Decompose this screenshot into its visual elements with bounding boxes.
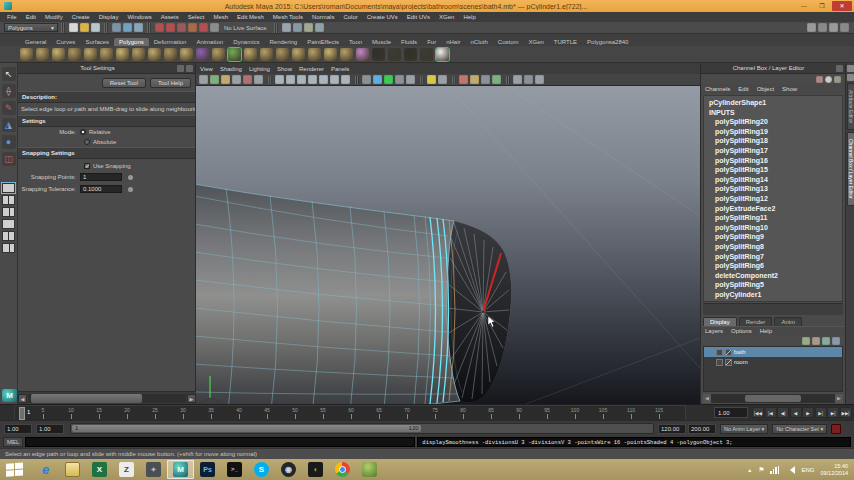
- taskbar-graphics-app-icon[interactable]: ✦: [140, 460, 167, 479]
- channel-input-node[interactable]: polyCylinder1: [704, 290, 842, 300]
- status-group-divider[interactable]: [61, 23, 65, 33]
- viewport-icon-17[interactable]: [373, 75, 382, 84]
- viewport-icon-12[interactable]: [319, 75, 328, 84]
- status-icon-1[interactable]: [69, 23, 78, 32]
- time-slider-track[interactable]: 1 51015202530354045505560657075808590951…: [14, 405, 686, 421]
- channel-box-menu-object[interactable]: Object: [757, 86, 774, 92]
- layer-row-room[interactable]: room: [704, 357, 842, 367]
- shelf-icon-15[interactable]: [244, 48, 257, 61]
- menu-mesh-tools[interactable]: Mesh Tools: [270, 14, 306, 20]
- channel-input-node[interactable]: polySplitRing7: [704, 252, 842, 262]
- status-icon-4[interactable]: [840, 23, 849, 32]
- shelf-icon-20[interactable]: [324, 48, 337, 61]
- viewport-icon-11[interactable]: [308, 75, 317, 84]
- shelf-tab-nhair[interactable]: nHair: [441, 38, 465, 46]
- menu-display[interactable]: Display: [96, 14, 122, 20]
- speed-medium-icon[interactable]: [825, 76, 832, 83]
- maximize-button[interactable]: ❐: [814, 1, 830, 11]
- shelf-tab-toon[interactable]: Toon: [344, 38, 367, 46]
- step-forward-key-button[interactable]: ▶|: [815, 407, 827, 418]
- viewport-icon-22[interactable]: [427, 75, 436, 84]
- viewport-icon-13[interactable]: [330, 75, 339, 84]
- taskbar-internet-explorer-icon[interactable]: e: [32, 460, 59, 479]
- command-input[interactable]: [25, 437, 415, 447]
- gear-icon[interactable]: [847, 74, 854, 81]
- status-icon-6[interactable]: [210, 23, 219, 32]
- menu-select[interactable]: Select: [185, 14, 208, 20]
- range-slider-bar[interactable]: 1 120: [70, 423, 654, 434]
- shelf-icon-16[interactable]: [260, 48, 273, 61]
- layer-editor-menu-layers[interactable]: Layers: [705, 328, 723, 334]
- channel-input-node[interactable]: polySplitRing15: [704, 165, 842, 175]
- layer-visibility-toggle[interactable]: [716, 359, 723, 366]
- shelf-tab-general[interactable]: General: [20, 38, 51, 46]
- playback-start-field[interactable]: [36, 424, 64, 434]
- shelf-tab-dynamics[interactable]: Dynamics: [228, 38, 264, 46]
- status-icon-3[interactable]: [829, 23, 838, 32]
- tool-settings-hscrollbar[interactable]: ◀ ▶: [18, 391, 196, 404]
- shelf-icon-5[interactable]: [84, 48, 97, 61]
- menu-xgen[interactable]: XGen: [436, 14, 457, 20]
- pin-icon[interactable]: [847, 65, 854, 72]
- layout-button-6[interactable]: [2, 243, 15, 253]
- scale-tool[interactable]: ◫: [2, 152, 16, 166]
- status-icon-2[interactable]: [818, 23, 827, 32]
- status-icon-3[interactable]: [134, 23, 143, 32]
- viewport-menu-lighting[interactable]: Lighting: [249, 66, 270, 72]
- status-icon-3[interactable]: [177, 23, 186, 32]
- scroll-left-icon[interactable]: ◀: [703, 394, 711, 403]
- viewport-icon-23[interactable]: [438, 75, 447, 84]
- menu-windows[interactable]: Windows: [124, 14, 154, 20]
- shelf-tab-curves[interactable]: Curves: [51, 38, 80, 46]
- layout-button-3[interactable]: [2, 207, 15, 217]
- minimize-button[interactable]: —: [796, 1, 812, 11]
- viewport-menu-shading[interactable]: Shading: [220, 66, 242, 72]
- channel-shape-node[interactable]: pCylinderShape1: [704, 98, 842, 108]
- status-icon-2[interactable]: [80, 23, 89, 32]
- speed-slow-icon[interactable]: [816, 76, 823, 83]
- viewport-icon-32[interactable]: [535, 75, 544, 84]
- tray-expand-icon[interactable]: ▲: [747, 467, 752, 473]
- layer-color-swatch[interactable]: [725, 349, 732, 356]
- channel-input-node[interactable]: polySplitRing18: [704, 136, 842, 146]
- status-group-divider[interactable]: [104, 23, 108, 33]
- shelf-icon-8[interactable]: [132, 48, 145, 61]
- viewport-icon-8[interactable]: [275, 75, 284, 84]
- taskbar-game-icon[interactable]: [356, 460, 383, 479]
- new-empty-layer-icon[interactable]: [822, 337, 830, 345]
- time-slider[interactable]: 1 51015202530354045505560657075808590951…: [0, 404, 854, 420]
- snapping-tolerance-field[interactable]: [80, 185, 122, 193]
- paint-select-tool[interactable]: ✎: [2, 101, 16, 115]
- status-icon-2[interactable]: [123, 23, 132, 32]
- status-icon-2[interactable]: [166, 23, 175, 32]
- shelf-tab-polygons[interactable]: Polygons: [114, 38, 149, 46]
- taskbar-command-prompt-icon[interactable]: >_: [221, 460, 248, 479]
- shelf-tab-painteffects[interactable]: PaintEffects: [302, 38, 344, 46]
- close-button[interactable]: ✕: [832, 1, 852, 11]
- mel-language-button[interactable]: MEL: [3, 437, 23, 447]
- shelf-tab-fluids[interactable]: Fluids: [396, 38, 422, 46]
- viewport-icon-14[interactable]: [341, 75, 350, 84]
- description-section-header[interactable]: Description:: [18, 91, 195, 103]
- shelf-icon-4[interactable]: [68, 48, 81, 61]
- taskbar-steam-icon[interactable]: ◉: [275, 460, 302, 479]
- menu-file[interactable]: File: [4, 14, 20, 20]
- channel-input-node[interactable]: polySplitRing10: [704, 223, 842, 233]
- animation-end-field[interactable]: [688, 424, 716, 434]
- viewport-menu-view[interactable]: View: [200, 66, 213, 72]
- playback-range-handle[interactable]: [72, 425, 421, 432]
- viewport-icon-19[interactable]: [395, 75, 404, 84]
- step-back-frame-button[interactable]: |◀: [765, 407, 777, 418]
- lasso-tool[interactable]: ⟠: [2, 84, 16, 98]
- shelf-tab-muscle[interactable]: Muscle: [367, 38, 396, 46]
- shelf-icon-25[interactable]: [404, 48, 417, 61]
- layout-button-1[interactable]: [2, 183, 15, 193]
- animation-start-field[interactable]: [4, 424, 32, 434]
- rotate-tool[interactable]: ●: [2, 135, 16, 149]
- shelf-icon-11[interactable]: [180, 48, 193, 61]
- shelf-icon-17[interactable]: [276, 48, 289, 61]
- channel-input-node[interactable]: polySplitRing13: [704, 184, 842, 194]
- channel-value-area[interactable]: [703, 303, 843, 315]
- move-tool[interactable]: ◮: [2, 118, 16, 132]
- status-icon-1[interactable]: [807, 23, 816, 32]
